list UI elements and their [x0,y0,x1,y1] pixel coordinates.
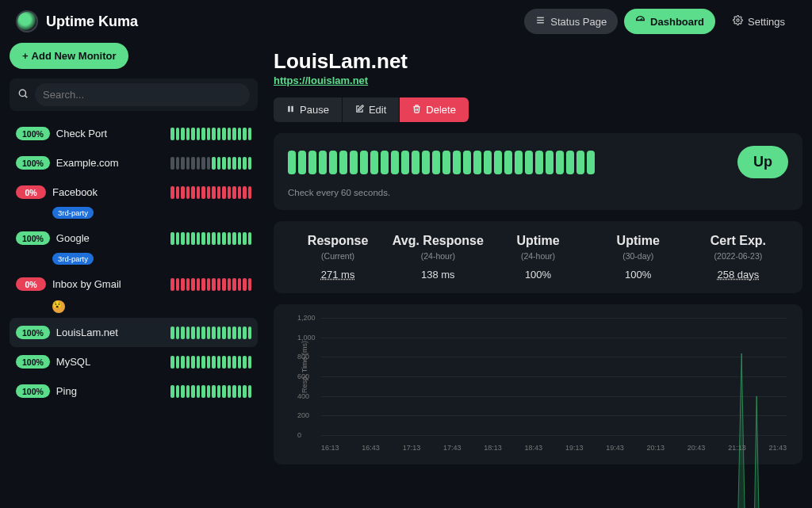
check-interval-text: Check every 60 seconds. [288,188,788,197]
stat-value: 258 days [688,269,788,281]
search-row [10,78,258,111]
monitor-tag: 3rd-party [52,207,94,219]
detail-pane: LouisLam.net https://louislam.net Pause … [266,43,812,508]
stat-label: Uptime [488,234,588,248]
add-monitor-label: Add New Monitor [32,50,117,62]
edit-label: Edit [369,104,386,116]
stat-sublabel: (2022-06-23) [688,251,788,261]
stat-sublabel: (30-day) [588,251,688,261]
logo-icon [16,10,38,32]
stat-value: 271 ms [288,269,388,281]
edit-icon [355,104,364,116]
stat-block: Uptime (24-hour) 100% [488,234,588,281]
stat-label: Cert Exp. [688,234,788,248]
monitor-name: MySQL [56,356,164,368]
mini-heartbeat [170,157,251,170]
sidebar-monitor-item[interactable]: 0%Facebook3rd-party [10,178,258,223]
stat-label: Avg. Response [388,234,488,248]
heartbeat-bars [288,151,595,174]
gear-icon [733,15,743,28]
uptime-badge: 100% [16,156,50,170]
svg-point-5 [19,90,25,96]
add-monitor-button[interactable]: + Add New Monitor [10,43,128,69]
stats-card: Response (Current) 271 msAvg. Response (… [274,221,802,293]
brand[interactable]: Uptime Kuma [16,10,518,32]
stat-value: 100% [588,269,688,281]
monitor-name: Check Port [56,128,164,139]
uptime-badge: 0% [16,185,46,199]
sidebar-monitor-item[interactable]: 100%LouisLam.net [10,318,258,347]
chart-y-label: Resp. Time (ms) [301,341,308,393]
uptime-badge: 100% [16,355,50,369]
mini-heartbeat [170,278,251,291]
monitor-url-link[interactable]: https://louislam.net [274,74,368,86]
response-time-chart: Resp. Time (ms) 02004006008001,0001,200 … [282,315,795,458]
plus-icon: + [22,50,29,62]
stat-sublabel: (24-hour) [388,251,488,261]
svg-line-6 [25,96,28,98]
stat-value: 100% [488,269,588,281]
pause-icon [286,104,295,116]
trash-icon [412,104,421,116]
stat-sublabel: (Current) [288,251,388,261]
delete-label: Delete [426,104,456,116]
dashboard-button[interactable]: Dashboard [624,9,715,34]
sidebar-monitor-item[interactable]: 100%Google3rd-party [10,223,258,269]
stat-block: Avg. Response (24-hour) 138 ms [388,234,488,281]
mini-heartbeat [170,385,251,398]
gauge-icon [635,15,645,28]
svg-rect-7 [288,106,289,112]
stat-block: Cert Exp. (2022-06-23) 258 days [688,234,788,281]
mini-heartbeat [170,232,251,245]
monitor-name: LouisLam.net [56,327,164,338]
status-pill: Up [737,146,788,178]
uptime-badge: 100% [16,127,50,140]
stat-label: Uptime [588,234,688,248]
sidebar-monitor-item[interactable]: 100%Ping [10,376,258,406]
sidebar: + Add New Monitor 100%Check Port100%Exam… [0,43,266,508]
svg-rect-8 [291,106,293,112]
stat-block: Response (Current) 271 ms [288,234,388,281]
uptime-badge: 100% [16,231,50,245]
mini-heartbeat [170,327,251,339]
stat-sublabel: (24-hour) [488,251,588,261]
list-icon [535,15,546,28]
monitor-name: Facebook [52,186,164,198]
monitor-tag: 😵 [52,300,65,313]
pause-button[interactable]: Pause [274,97,342,122]
top-header: Uptime Kuma Status Page Dashboard Settin… [0,0,812,43]
heartbeat-card: Up Check every 60 seconds. [274,133,802,210]
svg-point-4 [737,19,739,21]
delete-button[interactable]: Delete [400,97,469,122]
monitor-name: Google [56,232,164,244]
monitor-name: Ping [56,385,164,397]
app-name: Uptime Kuma [46,13,138,30]
chart-card: Resp. Time (ms) 02004006008001,0001,200 … [274,304,802,464]
search-input[interactable] [35,83,250,106]
monitor-name: Example.com [56,157,164,169]
mini-heartbeat [170,356,251,369]
pause-label: Pause [300,104,329,116]
uptime-badge: 100% [16,384,50,398]
search-icon[interactable] [17,88,29,101]
settings-label: Settings [748,16,785,28]
monitor-name: Inbox by Gmail [52,278,164,290]
settings-button[interactable]: Settings [722,9,796,34]
monitor-tag: 3rd-party [52,253,94,265]
mini-heartbeat [170,186,251,199]
sidebar-monitor-item[interactable]: 100%Example.com [10,148,258,178]
sidebar-monitor-item[interactable]: 100%Check Port [10,119,258,148]
sidebar-monitor-item[interactable]: 0%Inbox by Gmail😵 [10,269,258,318]
monitor-list: 100%Check Port100%Example.com0%Facebook3… [10,119,258,406]
stat-value: 138 ms [388,269,488,281]
status-page-button[interactable]: Status Page [524,9,618,34]
uptime-badge: 100% [16,326,50,339]
uptime-badge: 0% [16,277,46,291]
edit-button[interactable]: Edit [342,97,400,122]
sidebar-monitor-item[interactable]: 100%MySQL [10,347,258,376]
mini-heartbeat [170,128,251,140]
status-page-label: Status Page [550,16,607,28]
dashboard-label: Dashboard [650,16,704,28]
monitor-title: LouisLam.net [274,49,802,74]
action-row: Pause Edit Delete [274,97,802,122]
